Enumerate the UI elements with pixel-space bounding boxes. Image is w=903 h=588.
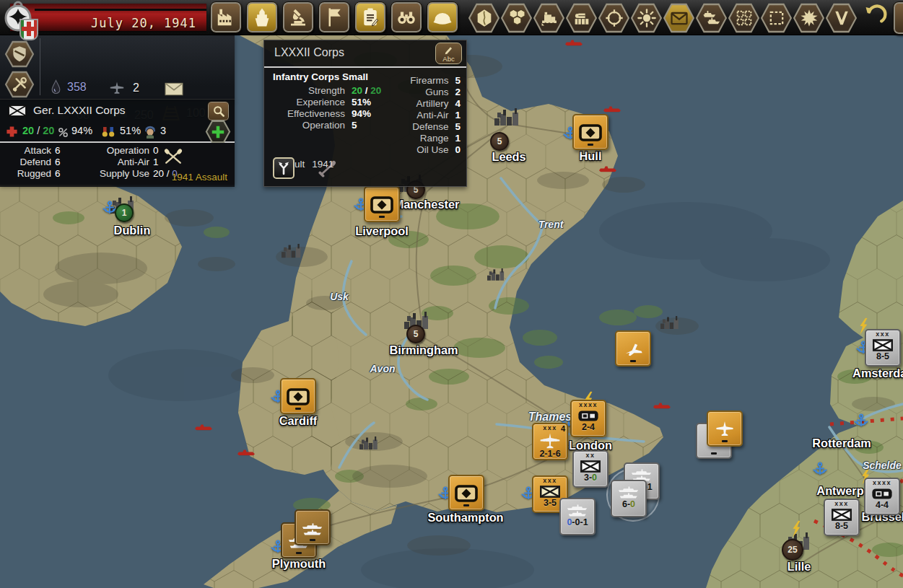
ship-counter[interactable]: 0-0-1 <box>559 498 596 535</box>
armor-counter[interactable]: xxxx2-4 <box>570 400 606 437</box>
unit-title: Ger. LXXXII Corps <box>33 104 126 117</box>
city-label: Lille <box>788 560 811 574</box>
air-fleet-value: 2 <box>133 82 139 95</box>
city-label: Leeds <box>492 150 525 164</box>
hex-cluster-icon <box>507 8 527 28</box>
city-label: Plymouth <box>272 557 326 571</box>
toolbar-sun-button[interactable] <box>630 3 663 33</box>
sun-icon <box>637 8 657 28</box>
toolbar-target-button[interactable] <box>598 3 630 33</box>
river-label: Thames <box>528 411 572 424</box>
flag-icon <box>323 6 345 28</box>
fighter-stack-counter[interactable] <box>707 411 743 447</box>
supplies-icon <box>572 8 592 28</box>
unit-attachments: 3 <box>160 125 166 136</box>
enemy-ship-marker[interactable] <box>603 106 621 113</box>
fleet-icon <box>702 8 722 28</box>
toolbar-fleet-button[interactable] <box>695 3 728 33</box>
city-label: Dublin <box>114 224 151 238</box>
naval-stack-counter[interactable] <box>295 509 331 545</box>
city-strength-badge: 5 <box>490 132 509 151</box>
infantry-symbol-icon <box>8 105 27 117</box>
oil-droplet-icon <box>51 79 61 95</box>
selected-unit-panel: Ger. LXXXII Corps 20 / 20 94% 51% 3 Atta… <box>0 99 235 185</box>
infantry-counter[interactable]: xxx8-5 <box>824 499 860 536</box>
victory-v-icon <box>832 8 852 28</box>
enemy-ship-marker[interactable] <box>237 449 255 456</box>
toolbar-flag-button[interactable] <box>318 1 350 33</box>
inspect-button[interactable] <box>207 101 230 121</box>
strength-cross-icon <box>6 126 18 138</box>
strike-bolt-icon <box>790 519 802 538</box>
toolbar-factory-button[interactable] <box>210 1 242 33</box>
city-label: Hull <box>580 149 602 164</box>
garrison-counter[interactable] <box>364 186 400 222</box>
city-label: Antwerp <box>816 484 863 499</box>
infantry-counter[interactable]: xxx8-5 <box>865 329 901 367</box>
unit-type: Infantry Corps Small <box>273 71 368 82</box>
toolbar-victory-v-button[interactable] <box>825 3 858 33</box>
repair-tools-button[interactable] <box>4 71 35 98</box>
city-label: Southampton <box>427 511 503 525</box>
select-square-icon <box>767 8 787 28</box>
aircraft-icon <box>107 81 127 95</box>
toolbar-envelope-button[interactable] <box>663 3 695 33</box>
toolbar-explosion-button[interactable] <box>793 3 825 33</box>
garrison-counter[interactable] <box>448 475 484 511</box>
rename-button[interactable]: Abc <box>435 43 462 64</box>
toolbar-select-square-button[interactable] <box>760 3 793 33</box>
armor-counter[interactable]: xxxx4-4 <box>864 478 900 515</box>
date-banner: July 20, 1941 <box>10 4 206 31</box>
fighter-counter[interactable] <box>615 330 651 367</box>
reinforce-button[interactable] <box>205 120 231 144</box>
split-unit-button[interactable] <box>273 157 295 179</box>
toolbar-supplies-button[interactable] <box>565 3 598 33</box>
explosion-icon <box>799 8 819 28</box>
entrench-shovels-icon <box>161 147 186 166</box>
river-label: Usk <box>330 291 349 302</box>
partial-toolbar-button[interactable] <box>893 1 903 35</box>
undo-button[interactable] <box>862 4 888 30</box>
enemy-ship-marker[interactable] <box>653 403 671 409</box>
tooltip-right-stats: Firearms5 Guns2 Artillery4 Anti-Air1 Def… <box>388 75 461 156</box>
city-strength-badge: 1 <box>115 203 134 222</box>
toolbar-binoculars-button[interactable] <box>391 1 422 33</box>
enemy-ship-marker[interactable] <box>599 166 616 172</box>
garrison-counter[interactable] <box>280 378 316 414</box>
unit-strength: 20 / 20 <box>22 125 54 136</box>
unit-tooltip-panel: LXXXII Corps Abc Infantry Corps Small St… <box>263 40 467 187</box>
toolbar-helmet-button[interactable] <box>427 1 458 33</box>
main-toolbar <box>210 1 458 33</box>
toolbar-clipboard-button[interactable] <box>354 1 386 33</box>
resources-panel: 358 2 68 250 100 <box>0 35 235 100</box>
train-icon <box>539 8 559 28</box>
toolbar-terrain-button[interactable] <box>468 3 500 33</box>
toolbar-grid-button[interactable] <box>728 3 760 33</box>
envelope-icon <box>165 82 183 96</box>
river-label: Avon <box>370 363 396 374</box>
shield-button[interactable] <box>4 40 35 68</box>
terrain-icon <box>474 8 494 28</box>
garrison-counter[interactable] <box>572 114 608 150</box>
city-strength-badge: 25 <box>782 539 803 561</box>
experience-medals-icon <box>101 126 115 138</box>
enemy-ship-marker[interactable] <box>565 40 583 46</box>
bomber-counter[interactable]: xxx2-1-64 <box>532 423 568 460</box>
toolbar-microscope-button[interactable] <box>282 1 314 33</box>
port-anchor-icon <box>812 461 828 477</box>
shovel-icon <box>316 159 339 177</box>
factory-icon <box>215 6 237 28</box>
city-label: Rotterdam <box>812 436 871 451</box>
toolbar-hex-cluster-button[interactable] <box>500 3 533 33</box>
game-screen: TrentUskAvonThamesScheldeLeedsHullDublin… <box>0 0 903 588</box>
river-label: Trent <box>538 219 564 230</box>
enemy-ship-marker[interactable] <box>195 424 212 431</box>
toolbar-train-button[interactable] <box>533 3 565 33</box>
infantry-counter[interactable]: xx3-0 <box>572 450 608 488</box>
ship-counter[interactable]: 6-0 <box>611 480 647 517</box>
split-arrows-icon <box>275 159 292 176</box>
tooltip-left-stats: Strength 20 / 20 Experience51% Effective… <box>264 85 381 131</box>
air-fleet-resource: 2 <box>107 81 139 95</box>
convoy-resource <box>165 82 183 96</box>
toolbar-ship-button[interactable] <box>246 1 278 33</box>
